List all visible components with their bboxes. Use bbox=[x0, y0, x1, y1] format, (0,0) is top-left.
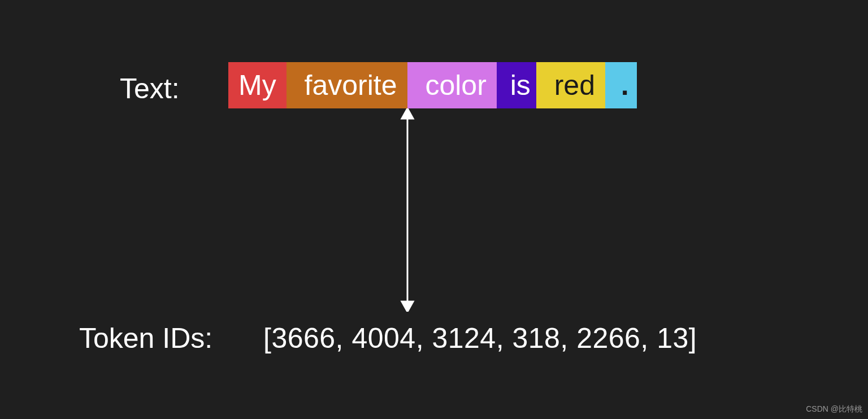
text-label: Text: bbox=[120, 72, 180, 105]
svg-marker-1 bbox=[402, 108, 413, 119]
tokenids-array: [3666, 4004, 3124, 318, 2266, 13] bbox=[263, 322, 697, 355]
tokenids-label: Token IDs: bbox=[79, 322, 212, 355]
token-is: is bbox=[497, 62, 536, 108]
svg-marker-2 bbox=[402, 302, 413, 312]
token-favorite: favorite bbox=[287, 62, 407, 108]
token-red: red bbox=[536, 62, 605, 108]
token-my: My bbox=[228, 62, 287, 108]
tokens-container: My favorite color is red . bbox=[228, 62, 637, 108]
arrow-double-headed bbox=[399, 108, 416, 312]
token-period: . bbox=[605, 62, 637, 108]
watermark: CSDN @比特桃 bbox=[806, 404, 862, 414]
token-color: color bbox=[407, 62, 497, 108]
